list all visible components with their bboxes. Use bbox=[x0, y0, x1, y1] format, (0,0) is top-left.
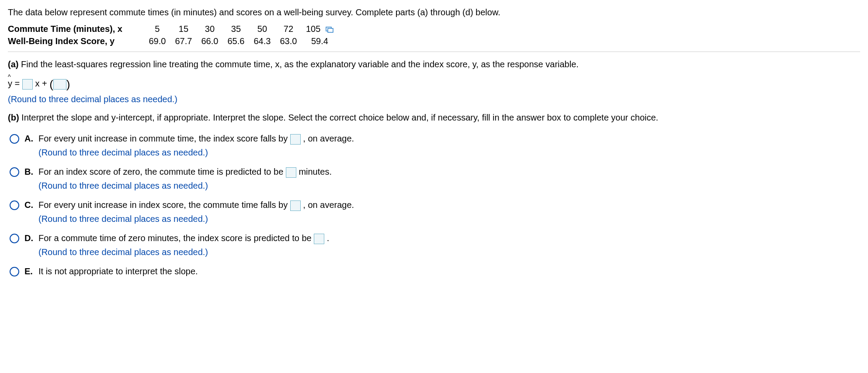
x-value: 30 bbox=[197, 23, 223, 35]
x-value: 5 bbox=[144, 23, 170, 35]
radio-a[interactable] bbox=[10, 134, 19, 144]
choice-b-hint: (Round to three decimal places as needed… bbox=[38, 180, 860, 192]
x-value: 105 bbox=[302, 23, 338, 35]
choice-a-input[interactable] bbox=[290, 134, 301, 145]
radio-d[interactable] bbox=[10, 234, 19, 243]
y-value: 66.0 bbox=[197, 35, 223, 47]
choice-c-input[interactable] bbox=[290, 200, 301, 211]
part-a-letter: (a) bbox=[8, 59, 18, 69]
choice-a-letter: A. bbox=[24, 132, 34, 145]
choice-c-hint: (Round to three decimal places as needed… bbox=[38, 213, 860, 225]
divider bbox=[8, 52, 860, 52]
radio-c[interactable] bbox=[10, 200, 19, 210]
choices: A. For every unit increase in commute ti… bbox=[8, 132, 860, 277]
x-value: 15 bbox=[170, 23, 197, 35]
x-value: 35 bbox=[223, 23, 249, 35]
choice-d-letter: D. bbox=[24, 232, 34, 244]
choice-c-text-2: , on average. bbox=[303, 200, 354, 210]
x-value: 72 bbox=[275, 23, 302, 35]
intro-text: The data below represent commute times (… bbox=[8, 6, 860, 18]
part-a: (a) Find the least-squares regression li… bbox=[8, 58, 860, 70]
y-value: 64.3 bbox=[249, 35, 275, 47]
choice-d-text-2: . bbox=[327, 233, 330, 243]
part-b-letter: (b) bbox=[8, 113, 19, 122]
choice-e: E. It is not appropriate to interpret th… bbox=[8, 265, 860, 277]
choice-b-letter: B. bbox=[24, 166, 34, 178]
choice-d-input[interactable] bbox=[314, 234, 324, 244]
y-value: 63.0 bbox=[275, 35, 302, 47]
y-value: 69.0 bbox=[144, 35, 170, 47]
part-a-text: Find the least-squares regression line t… bbox=[18, 59, 578, 69]
part-b-text: Interpret the slope and y-intercept, if … bbox=[19, 113, 659, 122]
regression-equation: ^y = x + () bbox=[8, 76, 860, 92]
choice-b-input[interactable] bbox=[286, 167, 296, 178]
y-value: 65.6 bbox=[223, 35, 249, 47]
choice-d-hint: (Round to three decimal places as needed… bbox=[38, 246, 860, 258]
y-value: 67.7 bbox=[170, 35, 197, 47]
choice-b-text-1: For an index score of zero, the commute … bbox=[38, 167, 286, 176]
radio-e[interactable] bbox=[10, 267, 19, 276]
x-value: 50 bbox=[249, 23, 275, 35]
choice-a-text-1: For every unit increase in commute time,… bbox=[38, 134, 290, 143]
choice-b-text-2: minutes. bbox=[299, 167, 332, 176]
y-hat: ^y bbox=[8, 77, 12, 90]
slope-input[interactable] bbox=[22, 79, 33, 90]
choice-c: C. For every unit increase in index scor… bbox=[8, 199, 860, 225]
choice-e-text-1: It is not appropriate to interpret the s… bbox=[38, 266, 198, 276]
choice-a-text-2: , on average. bbox=[303, 134, 354, 143]
choice-c-letter: C. bbox=[24, 199, 34, 211]
y-value: 59.4 bbox=[302, 35, 338, 47]
choice-a: A. For every unit increase in commute ti… bbox=[8, 132, 860, 159]
eq-mid: x + bbox=[35, 79, 49, 88]
choice-e-letter: E. bbox=[24, 265, 34, 277]
choice-b: B. For an index score of zero, the commu… bbox=[8, 166, 860, 192]
intercept-input[interactable] bbox=[53, 79, 66, 90]
part-a-hint: (Round to three decimal places as needed… bbox=[8, 93, 860, 105]
choice-a-hint: (Round to three decimal places as needed… bbox=[38, 146, 860, 159]
radio-b[interactable] bbox=[10, 167, 19, 177]
popup-icon[interactable] bbox=[326, 27, 333, 33]
row-x-label: Commute Time (minutes), x bbox=[8, 23, 144, 35]
x-value-last: 105 bbox=[306, 24, 320, 34]
choice-c-text-1: For every unit increase in index score, … bbox=[38, 200, 290, 210]
row-y-label: Well-Being Index Score, y bbox=[8, 35, 144, 47]
svg-rect-1 bbox=[328, 28, 333, 32]
part-b: (b) Interpret the slope and y-intercept,… bbox=[8, 111, 860, 124]
data-table: Commute Time (minutes), x 5 15 30 35 50 … bbox=[8, 23, 338, 47]
choice-d: D. For a commute time of zero minutes, t… bbox=[8, 232, 860, 258]
choice-d-text-1: For a commute time of zero minutes, the … bbox=[38, 233, 314, 243]
